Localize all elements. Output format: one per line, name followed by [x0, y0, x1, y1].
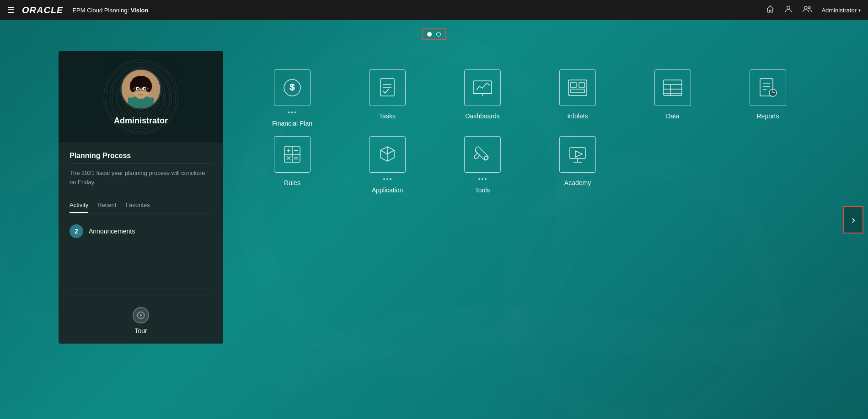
- application-icon-box: [369, 136, 406, 173]
- svg-point-92: [484, 156, 488, 160]
- data-icon-box: [654, 69, 691, 106]
- infolets-label: Infolets: [567, 112, 588, 120]
- svg-point-43: [145, 80, 152, 92]
- pagination-dot-2[interactable]: [436, 32, 441, 37]
- svg-rect-38: [128, 97, 154, 108]
- tasks-icon-box: [369, 69, 406, 106]
- header: ☰ ORACLE EPM Cloud Planning: Vision: [0, 0, 868, 20]
- grid-item-reports[interactable]: Reports: [723, 69, 813, 127]
- svg-line-90: [387, 150, 394, 154]
- main-background: 0 1 0 0 1 0 1 1 0 1 0 0 1 1 0 1 0 0 1 0 …: [0, 20, 868, 419]
- svg-text:0 1 0 1 0 1 0: 0 1 0 1 0 1 0: [732, 215, 782, 223]
- infolets-icon-box: [559, 69, 596, 106]
- grid-item-dashboards[interactable]: Dashboards: [437, 69, 528, 127]
- announcement-badge: 2: [70, 224, 83, 238]
- svg-rect-66: [571, 89, 584, 93]
- grid-item-infolets[interactable]: Infolets: [532, 69, 623, 127]
- next-icon: ›: [852, 213, 855, 226]
- person-icon[interactable]: [784, 5, 793, 16]
- svg-text:0 0 1 0 1 0 0: 0 0 1 0 1 0 0: [732, 270, 782, 277]
- svg-rect-67: [664, 80, 682, 95]
- application-label: Application: [372, 186, 403, 194]
- grid-item-rules[interactable]: Rules: [247, 136, 338, 194]
- svg-rect-60: [473, 81, 492, 94]
- tour-icon: [133, 307, 149, 324]
- svg-text:1 0 1 0 0 1 1 0 1 0 1 0 0: 1 0 1 0 0 1 1 0 1 0 1 0 0: [23, 357, 119, 364]
- reports-label: Reports: [756, 112, 779, 120]
- svg-marker-96: [575, 151, 582, 157]
- icons-grid: $ Financial Plan Tasks: [238, 51, 822, 212]
- svg-line-51: [133, 88, 134, 89]
- announcement-text: Announcements: [89, 228, 135, 235]
- svg-line-89: [380, 150, 387, 154]
- reports-icon-box: [750, 69, 786, 106]
- svg-rect-57: [380, 79, 394, 96]
- svg-point-1: [804, 6, 807, 9]
- header-right: Administrator ▾: [766, 5, 861, 16]
- next-button[interactable]: ›: [843, 206, 863, 233]
- svg-line-52: [147, 88, 149, 89]
- app-title: EPM Cloud Planning: Vision: [72, 7, 148, 14]
- academy-label: Academy: [564, 179, 591, 186]
- rules-icon-box: [274, 136, 311, 173]
- profile-card: Administrator Planning Process The 2021 …: [59, 51, 223, 344]
- profile-top: Administrator: [59, 51, 223, 143]
- grid-item-tools[interactable]: Tools: [437, 136, 528, 194]
- svg-text:$: $: [290, 83, 295, 92]
- tour-section[interactable]: Tour: [59, 288, 223, 344]
- announcement-item[interactable]: 2 Announcements: [70, 224, 212, 238]
- planning-title: Planning Process: [70, 152, 212, 164]
- svg-point-42: [130, 80, 137, 92]
- avatar: [120, 69, 161, 110]
- svg-rect-93: [570, 148, 585, 159]
- svg-point-46: [137, 87, 139, 90]
- grid-item-tasks[interactable]: Tasks: [342, 69, 433, 127]
- grid-item-academy[interactable]: Academy: [532, 136, 623, 194]
- tab-favorites[interactable]: Favorites: [125, 202, 150, 213]
- academy-icon-box: [559, 136, 596, 173]
- svg-text:1 1 0 1 0 0 1: 1 1 0 1 0 0 1: [732, 297, 782, 305]
- planning-description: The 2021 fiscal year planning process wi…: [70, 169, 212, 186]
- tools-label: Tools: [475, 186, 490, 194]
- financial-plan-icon-box: $: [274, 69, 311, 106]
- tabs-section: Activity Recent Favorites: [59, 194, 223, 217]
- announcements-section: 2 Announcements: [59, 217, 223, 245]
- pagination-dot-1[interactable]: [427, 32, 432, 37]
- svg-rect-64: [571, 83, 576, 87]
- group-icon[interactable]: [802, 5, 812, 16]
- svg-rect-63: [568, 80, 587, 95]
- grid-item-application[interactable]: Application: [342, 136, 433, 194]
- svg-rect-65: [579, 83, 584, 87]
- svg-text:1 0 1 0 0 1 1: 1 0 1 0 0 1 1: [732, 243, 782, 250]
- planning-section: Planning Process The 2021 fiscal year pl…: [59, 143, 223, 194]
- grid-item-data[interactable]: Data: [627, 69, 718, 127]
- svg-point-2: [809, 6, 811, 9]
- rules-label: Rules: [284, 179, 300, 186]
- svg-point-47: [144, 87, 146, 90]
- tools-icon-box: [464, 136, 501, 173]
- financial-plan-label: Financial Plan: [272, 120, 312, 127]
- tour-label: Tour: [134, 327, 147, 334]
- home-icon[interactable]: [766, 5, 775, 16]
- tasks-label: Tasks: [379, 112, 396, 120]
- oracle-logo: ORACLE: [22, 5, 63, 16]
- tab-recent[interactable]: Recent: [97, 202, 116, 213]
- dashboards-label: Dashboards: [465, 112, 500, 120]
- user-menu[interactable]: Administrator ▾: [821, 7, 861, 14]
- pagination-dots: [422, 28, 446, 40]
- menu-icon[interactable]: ☰: [7, 5, 15, 15]
- svg-marker-54: [140, 314, 143, 317]
- grid-item-financial-plan[interactable]: $ Financial Plan: [247, 69, 338, 127]
- admin-name: Administrator: [114, 116, 168, 126]
- data-label: Data: [666, 112, 680, 120]
- activity-tabs: Activity Recent Favorites: [70, 202, 212, 213]
- dashboards-icon-box: [464, 69, 501, 106]
- svg-point-0: [787, 6, 790, 9]
- tab-activity[interactable]: Activity: [70, 202, 88, 213]
